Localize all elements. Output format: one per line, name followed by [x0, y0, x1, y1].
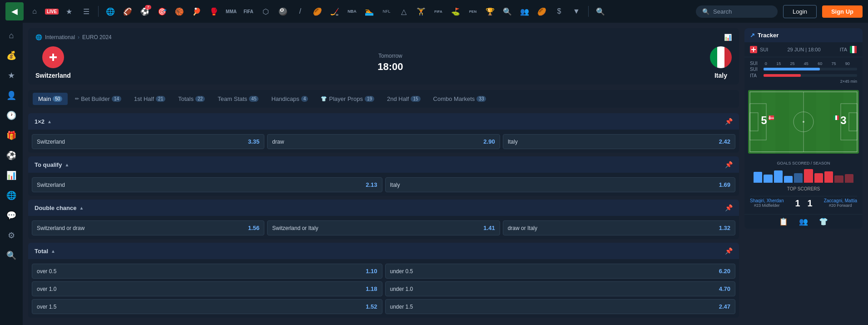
signup-button[interactable]: Sign Up — [822, 5, 863, 18]
nav-icon-2[interactable]: 🏈 — [120, 4, 135, 19]
bet-over-0-5[interactable]: over 0.5 1.10 — [32, 264, 382, 279]
market-double-chance-pin[interactable]: 📌 — [725, 204, 733, 211]
nav-search-right[interactable]: 🔍 — [593, 4, 608, 19]
tab-player-props[interactable]: 👕 Player Props 19 — [315, 93, 380, 105]
market-total-header[interactable]: Total ▲ 📌 — [28, 243, 739, 259]
tab-handicaps[interactable]: Handicaps 4 — [266, 93, 313, 105]
market-to-qualify-header[interactable]: To qualify ▲ 📌 — [28, 156, 739, 173]
bet-switzerland-win[interactable]: Switzerland 3.35 — [32, 134, 264, 149]
nav-icon-fifa2[interactable]: FIFA — [431, 4, 446, 19]
nav-bets[interactable]: ☰ — [79, 4, 94, 19]
nav-icon-7[interactable]: 🥊 — [207, 4, 221, 19]
bet-under-0-5[interactable]: under 0.5 6.20 — [385, 264, 736, 279]
bet-sui-qualify-label: Switzerland — [37, 182, 65, 188]
sidebar-chart[interactable]: 📊 — [2, 166, 20, 185]
sidebar-person[interactable]: 👤 — [2, 86, 20, 105]
nav-icon-8[interactable]: ⬡ — [258, 4, 273, 19]
nav-icon-4[interactable]: 🎯 — [155, 4, 169, 19]
sidebar-settings[interactable]: ⚙ — [2, 226, 20, 245]
nav-icon-18[interactable]: 🏆 — [483, 4, 497, 19]
nav-more[interactable]: ▼ — [569, 4, 584, 19]
bet-under-1-5[interactable]: under 1.5 2.47 — [385, 299, 736, 314]
top-nav-right: 🔍 Search Login Sign Up — [696, 5, 863, 18]
market-1x2-header[interactable]: 1×2 ▲ 📌 — [28, 113, 739, 130]
market-1x2-pin[interactable]: 📌 — [725, 118, 733, 125]
tab-bet-builder-label: Bet Builder — [81, 95, 110, 102]
sidebar-search[interactable]: 🔍 — [2, 246, 20, 265]
bet-italy-win-label: Italy — [508, 139, 518, 145]
match-time-block: Tomorrow 18:00 — [377, 53, 403, 73]
bet-sui-qualify[interactable]: Switzerland 2.13 — [32, 177, 382, 192]
nav-icon-22[interactable]: $ — [552, 4, 566, 19]
sidebar-gift[interactable]: 🎁 — [2, 126, 20, 145]
sidebar-coin[interactable]: 💰 — [2, 46, 20, 65]
sidebar-history[interactable]: 🕐 — [2, 106, 20, 125]
tab-main[interactable]: Main 50 — [33, 93, 68, 105]
tracker-players-icon[interactable]: 👥 — [799, 217, 808, 226]
bet-over-1-5[interactable]: over 1.5 1.52 — [32, 299, 382, 314]
sidebar-ball[interactable]: ⚽ — [2, 146, 20, 165]
logo[interactable]: ◀ — [5, 2, 24, 20]
nav-divider-2 — [588, 6, 589, 17]
nav-live[interactable]: LIVE — [45, 4, 59, 19]
nav-icon-nba[interactable]: NBA — [345, 4, 359, 19]
nav-icon-6[interactable]: 🏓 — [189, 4, 204, 19]
tab-1st-half[interactable]: 1st Half 21 — [129, 93, 171, 105]
search-box[interactable]: 🔍 Search — [696, 5, 778, 18]
sidebar-star[interactable]: ★ — [2, 66, 20, 85]
sidebar-home[interactable]: ⌂ — [2, 26, 20, 45]
stats-icon[interactable]: 📊 — [724, 34, 732, 41]
market-total-pin[interactable]: 📌 — [725, 247, 733, 255]
nav-icon-13[interactable]: 🏊 — [362, 4, 377, 19]
nav-icon-fifa[interactable]: FIFA — [241, 4, 256, 19]
nav-icon-19[interactable]: 🔍 — [500, 4, 515, 19]
nav-icon-21[interactable]: 🏉 — [535, 4, 549, 19]
tracker-lineup-icon[interactable]: 📋 — [779, 217, 788, 226]
bet-over-1-0[interactable]: over 1.0 1.18 — [32, 281, 382, 296]
bet-italy-win[interactable]: Italy 2.42 — [503, 134, 735, 149]
market-double-chance-title-text: Double chance — [35, 205, 76, 211]
market-double-chance-title: Double chance ▲ — [35, 205, 84, 211]
home-flag — [42, 46, 64, 68]
tab-team-stats[interactable]: Team Stats 45 — [212, 93, 264, 105]
tab-combo-markets[interactable]: Combo Markets 33 — [428, 93, 492, 105]
search-icon: 🔍 — [702, 8, 709, 15]
bet-draw[interactable]: draw 2.90 — [267, 134, 500, 149]
sidebar-msg[interactable]: 💬 — [2, 206, 20, 225]
nav-icon-mma[interactable]: MMA — [224, 4, 238, 19]
nav-icon-15[interactable]: △ — [397, 4, 411, 19]
tab-totals[interactable]: Totals 22 — [173, 93, 210, 105]
tab-2nd-half[interactable]: 2nd Half 15 — [382, 93, 426, 105]
away-team-name: Italy — [714, 72, 727, 79]
nav-icon-20[interactable]: 👥 — [517, 4, 532, 19]
nav-icon-12[interactable]: 🏒 — [327, 4, 342, 19]
tabs-bar: Main 50 ✏ Bet Builder 14 1st Half 21 Tot… — [28, 90, 739, 108]
market-double-chance-header[interactable]: Double chance ▲ 📌 — [28, 200, 739, 216]
nav-icon-3[interactable]: ⚽ 7 — [138, 4, 152, 19]
nav-icon-1[interactable]: 🌐 — [103, 4, 118, 19]
nav-icon-5[interactable]: 🏀 — [172, 4, 187, 19]
timeline-labels: 0152545607590 — [760, 61, 854, 66]
bet-under-1-0[interactable]: under 1.0 4.70 — [385, 281, 736, 296]
tracker-jersey-icon[interactable]: 👕 — [819, 217, 828, 226]
bet-sui-or-draw[interactable]: Switzerland or draw 1.56 — [32, 220, 264, 235]
market-total-arrow: ▲ — [51, 249, 55, 254]
sidebar-network[interactable]: 🌐 — [2, 186, 20, 205]
nav-favorites[interactable]: ★ — [62, 4, 76, 19]
nav-icon-10[interactable]: / — [293, 4, 308, 19]
nav-icon-penalty[interactable]: PEN — [466, 4, 480, 19]
nav-icon-16[interactable]: 🏋 — [414, 4, 428, 19]
nav-icon-11[interactable]: 🏉 — [310, 4, 325, 19]
bet-ita-qualify[interactable]: Italy 1.69 — [385, 177, 736, 192]
bet-draw-or-ita[interactable]: draw or Italy 1.32 — [503, 220, 735, 235]
bet-sui-or-ita[interactable]: Switzerland or Italy 1.41 — [267, 220, 500, 235]
login-button[interactable]: Login — [783, 5, 817, 18]
market-to-qualify-pin[interactable]: 📌 — [725, 161, 733, 168]
market-double-chance-row: Switzerland or draw 1.56 Switzerland or … — [32, 220, 735, 235]
market-to-qualify-row: Switzerland 2.13 Italy 1.69 — [32, 177, 735, 192]
nav-icon-9[interactable]: 🎱 — [276, 4, 290, 19]
nav-icon-17[interactable]: ⛳ — [448, 4, 463, 19]
nav-icon-14[interactable]: NFL — [379, 4, 394, 19]
tab-bet-builder[interactable]: ✏ Bet Builder 14 — [69, 93, 127, 105]
nav-home[interactable]: ⌂ — [27, 4, 42, 19]
